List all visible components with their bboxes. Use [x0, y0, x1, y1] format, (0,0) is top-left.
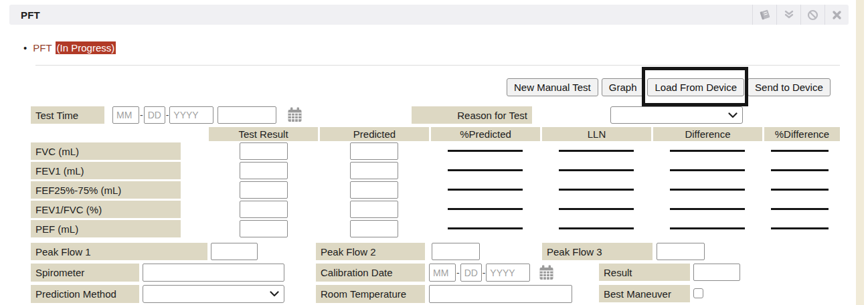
bullet-marker: •	[23, 42, 27, 54]
blank-value-line	[448, 208, 523, 210]
fef25-75-predicted-input[interactable]	[350, 181, 398, 199]
toolbar: New Manual Test Graph Load From Device S…	[507, 78, 831, 96]
date-separator: -	[140, 110, 143, 120]
status-line: • PFT (In Progress)	[23, 41, 116, 54]
send-to-device-button[interactable]: Send to Device	[748, 78, 831, 96]
blank-value-line	[771, 189, 829, 191]
reason-for-test-select[interactable]	[610, 106, 743, 124]
blank-value-line	[448, 227, 523, 229]
section-divider	[35, 65, 840, 66]
test-time-day-input[interactable]	[144, 106, 165, 124]
prediction-method-select[interactable]	[143, 285, 284, 303]
blank-value-line	[771, 169, 829, 171]
graph-button[interactable]: Graph	[602, 78, 644, 96]
page-title: PFT	[9, 9, 40, 21]
blank-value-line	[559, 208, 634, 210]
collapse-double-chevron-icon[interactable]	[776, 5, 800, 25]
no-entry-icon	[807, 9, 818, 21]
result-label: Result	[599, 264, 690, 281]
test-time-month-input[interactable]	[112, 106, 139, 124]
blank-value-line	[559, 150, 634, 152]
blank-value-line	[559, 169, 634, 171]
room-temperature-label: Room Temperature	[316, 285, 425, 303]
blank-value-line	[670, 189, 745, 191]
date-separator: -	[456, 268, 460, 278]
cancel-icon[interactable]	[800, 5, 824, 25]
peak-flow-3-input[interactable]	[657, 243, 705, 260]
blank-value-line	[559, 189, 634, 191]
pef-test-result-input[interactable]	[240, 220, 288, 237]
calibration-calendar-icon[interactable]	[538, 264, 555, 284]
fev1-predicted-input[interactable]	[350, 162, 398, 179]
column-header-pct-predicted: %Predicted	[431, 127, 540, 141]
column-header-test-result: Test Result	[209, 127, 318, 141]
metric-label-fef25-75: FEF25%-75% (mL)	[31, 181, 181, 199]
calendar-icon	[286, 106, 303, 123]
peak-flow-1-label: Peak Flow 1	[31, 243, 207, 260]
column-header-difference: Difference	[653, 127, 762, 141]
calibration-month-input[interactable]	[429, 264, 456, 282]
blank-value-line	[448, 189, 523, 191]
title-bar-actions	[752, 5, 849, 25]
title-bar: PFT	[9, 5, 849, 25]
blank-value-line	[771, 208, 829, 210]
blank-value-line	[448, 150, 523, 152]
close-icon[interactable]	[824, 5, 849, 25]
blank-value-line	[771, 227, 829, 229]
calendar-icon	[538, 264, 555, 281]
highlight-wrapper: Load From Device	[647, 78, 744, 96]
calibration-year-input[interactable]	[486, 264, 530, 282]
fvc-test-result-input[interactable]	[240, 142, 288, 160]
test-time-label: Test Time	[31, 106, 104, 124]
fev1-fvc-predicted-input[interactable]	[350, 201, 398, 218]
pef-predicted-input[interactable]	[350, 220, 398, 237]
best-maneuver-label: Best Maneuver	[599, 285, 690, 302]
pft-item-link[interactable]: PFT	[33, 42, 52, 54]
fev1-fvc-test-result-input[interactable]	[240, 201, 288, 218]
calibration-date-label: Calibration Date	[316, 264, 425, 282]
test-time-time-input[interactable]	[218, 106, 276, 124]
calibration-day-input[interactable]	[460, 264, 482, 282]
date-separator: -	[483, 268, 486, 278]
peak-flow-2-label: Peak Flow 2	[316, 243, 425, 260]
chevron-down-icon	[270, 291, 279, 297]
peak-flow-3-label: Peak Flow 3	[542, 243, 653, 260]
status-badge: (In Progress)	[56, 41, 116, 54]
spirometer-label: Spirometer	[31, 264, 139, 282]
calibration-date-group: - -	[429, 264, 530, 282]
room-temperature-input[interactable]	[429, 285, 572, 303]
test-time-date-group: - -	[112, 106, 213, 124]
column-header-lln: LLN	[542, 127, 651, 141]
metric-label-pef: PEF (mL)	[31, 220, 181, 237]
blank-value-line	[559, 227, 634, 229]
spirometer-input[interactable]	[143, 264, 284, 282]
notes-book-icon-glyph	[758, 9, 772, 21]
blank-value-line	[670, 208, 745, 210]
reason-for-test-label: Reason for Test	[412, 106, 532, 124]
x-icon	[832, 10, 842, 20]
fvc-predicted-input[interactable]	[350, 142, 398, 160]
blank-value-line	[448, 169, 523, 171]
test-time-year-input[interactable]	[169, 106, 213, 124]
notes-book-icon[interactable]	[752, 5, 776, 25]
blank-value-line	[670, 150, 745, 152]
pft-window: PFT	[0, 0, 868, 305]
peak-flow-2-input[interactable]	[432, 243, 480, 260]
column-header-pct-difference: %Difference	[764, 127, 840, 141]
result-input[interactable]	[693, 264, 740, 281]
blank-value-line	[670, 227, 745, 229]
test-time-calendar-icon[interactable]	[286, 106, 303, 126]
blank-value-line	[670, 169, 745, 171]
fev1-test-result-input[interactable]	[240, 162, 288, 179]
blank-value-line	[771, 150, 829, 152]
new-manual-test-button[interactable]: New Manual Test	[507, 78, 598, 96]
metric-label-fev1: FEV1 (mL)	[31, 162, 181, 179]
load-from-device-button[interactable]: Load From Device	[647, 78, 744, 96]
fef25-75-test-result-input[interactable]	[240, 181, 288, 199]
column-header-predicted: Predicted	[320, 127, 429, 141]
metric-label-fvc: FVC (mL)	[31, 142, 181, 160]
metric-label-fev1-fvc: FEV1/FVC (%)	[31, 201, 181, 218]
right-scroll-strip[interactable]	[856, 0, 864, 305]
best-maneuver-checkbox[interactable]	[693, 288, 703, 298]
peak-flow-1-input[interactable]	[211, 243, 258, 260]
